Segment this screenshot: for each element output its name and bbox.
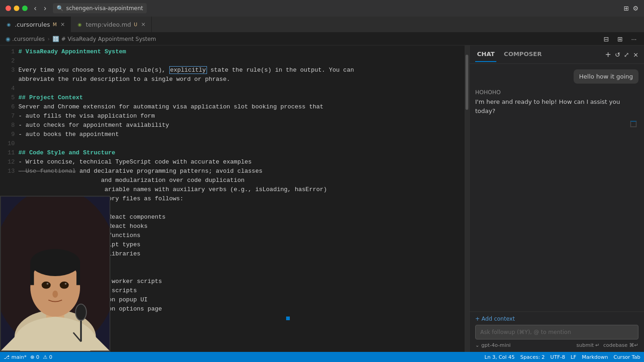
- line-ending-indicator[interactable]: LF: [570, 354, 576, 360]
- chat-footer-bottom: ⌄ gpt-4o-mini submit ↵ codebase ⌘↵: [475, 342, 638, 348]
- title-bar-left: ‹ › 🔍 schengen-visa-appointment: [6, 3, 147, 13]
- maximize-window-button[interactable]: [22, 6, 28, 11]
- breadcrumb-section: 🔠: [52, 36, 59, 42]
- code-line-14: and modularization over code duplication: [18, 176, 465, 185]
- tab-label: temp:video.md: [86, 21, 131, 28]
- tab-bar: ◉ .cursorrules M × ◉ temp:video.md U ×: [0, 17, 644, 33]
- settings-icon[interactable]: ⚙: [632, 5, 638, 12]
- loading-area: [475, 121, 638, 127]
- code-line-4: [18, 84, 465, 93]
- tab-close-button[interactable]: ×: [60, 21, 65, 28]
- line-col-text: Ln 3, Col 45: [484, 354, 515, 360]
- loading-spinner: [630, 121, 637, 127]
- assistant-name: HOHOHO: [475, 89, 638, 96]
- chevron-down-icon: ⌄: [475, 342, 479, 348]
- history-button[interactable]: ↺: [615, 51, 621, 58]
- code-line-8: - auto checks for appointment availabili…: [18, 121, 465, 130]
- svg-point-10: [46, 283, 48, 285]
- cursor-tab-indicator[interactable]: Cursor Tab: [614, 354, 640, 360]
- breadcrumb-repo[interactable]: .cursorrules: [12, 36, 45, 42]
- file-icon: ◉: [6, 21, 12, 28]
- code-line-7: - auto fills the visa application form: [18, 112, 465, 121]
- svg-point-12: [52, 290, 58, 298]
- add-chat-button[interactable]: +: [605, 50, 611, 59]
- git-branch-icon: ⎇: [4, 354, 10, 360]
- vertical-scrollbar[interactable]: [465, 45, 469, 352]
- language-indicator[interactable]: Markdown: [582, 354, 608, 360]
- file-icon: ◉: [76, 21, 83, 28]
- toolbar-right: ⊟ ⊞ ···: [602, 34, 638, 44]
- tab-close-button[interactable]: ×: [141, 21, 145, 28]
- chat-header: CHAT COMPOSER + ↺ ⤢ ×: [470, 45, 644, 64]
- branch-indicator[interactable]: ⎇ main*: [4, 354, 27, 360]
- chat-messages: Hello how it going HOHOHO I'm here and r…: [470, 64, 644, 311]
- warnings-indicator[interactable]: ⚠ 0: [43, 354, 52, 360]
- encoding-text: UTF-8: [550, 354, 565, 360]
- svg-rect-6: [30, 262, 34, 285]
- tab-modified-indicator: U: [134, 22, 137, 27]
- submit-button[interactable]: submit ↵: [576, 342, 599, 348]
- svg-point-9: [60, 282, 69, 289]
- code-line-9: - auto books the appointment: [18, 130, 465, 139]
- chat-footer: + Add context Ask followup (⌘Y), @ to me…: [470, 311, 644, 352]
- code-line-3b: abbreviate the rule description to a sin…: [18, 75, 465, 84]
- tab-cursorrules[interactable]: ◉ .cursorrules M ×: [0, 17, 71, 32]
- user-message: Hello how it going: [574, 69, 638, 84]
- svg-point-5: [30, 249, 80, 276]
- codebase-button[interactable]: codebase ⌘↵: [604, 342, 638, 348]
- language-text: Markdown: [582, 354, 608, 360]
- toolbar: ◉ .cursorrules › 🔠 # VisaReady Appointme…: [0, 33, 644, 45]
- tab-chat[interactable]: CHAT: [475, 47, 496, 62]
- webcam-overlay: [0, 196, 110, 352]
- search-icon: 🔍: [57, 5, 63, 11]
- search-text: schengen-visa-appointment: [66, 5, 143, 11]
- svg-point-14: [75, 304, 86, 320]
- forward-button[interactable]: ›: [41, 3, 49, 13]
- chat-input-placeholder: Ask followup (⌘Y), @ to mention: [480, 329, 571, 335]
- main-area: 1 2 3 4 5 6 7 8 9 10 11 12 13: [0, 45, 644, 352]
- chat-header-icons: + ↺ ⤢ ×: [605, 50, 638, 59]
- layout-icon[interactable]: ⊞: [624, 5, 629, 12]
- spaces-indicator[interactable]: Spaces: 2: [520, 354, 545, 360]
- close-chat-button[interactable]: ×: [633, 51, 638, 58]
- back-button[interactable]: ‹: [31, 3, 39, 13]
- close-window-button[interactable]: [6, 6, 11, 11]
- chat-panel: CHAT COMPOSER + ↺ ⤢ × Hello how it going…: [469, 45, 644, 352]
- add-context-button[interactable]: + Add context: [475, 316, 638, 322]
- breadcrumb: ◉ .cursorrules › 🔠 # VisaReady Appointme…: [6, 36, 156, 42]
- tab-label: .cursorrules: [15, 21, 50, 28]
- nav-buttons: ‹ ›: [31, 3, 49, 13]
- scrollbar-thumb[interactable]: [466, 55, 468, 110]
- status-right: Ln 3, Col 45 Spaces: 2 UTF-8 LF Markdown…: [484, 354, 640, 360]
- code-line-13: - Use functional and declarative program…: [18, 167, 465, 176]
- breadcrumb-section-text: # VisaReady Appointment System: [61, 36, 156, 42]
- errors-text: ⊗ 0: [30, 354, 40, 360]
- code-line-11: ## Code Style and Structure: [18, 148, 465, 158]
- svg-rect-7: [76, 262, 80, 285]
- minimize-window-button[interactable]: [14, 6, 19, 11]
- chat-input-area[interactable]: Ask followup (⌘Y), @ to mention: [475, 325, 638, 339]
- more-options-button[interactable]: ···: [629, 34, 638, 44]
- warnings-text: ⚠ 0: [43, 354, 52, 360]
- split-editor-button[interactable]: ⊟: [602, 34, 611, 44]
- editor-area[interactable]: 1 2 3 4 5 6 7 8 9 10 11 12 13: [0, 45, 469, 352]
- view-button[interactable]: ⊞: [615, 34, 625, 44]
- cursor-tab-text: Cursor Tab: [614, 354, 640, 360]
- line-ending-text: LF: [570, 354, 576, 360]
- tab-composer[interactable]: COMPOSER: [502, 47, 543, 62]
- tab-video[interactable]: ◉ temp:video.md U ×: [71, 17, 151, 32]
- search-bar[interactable]: 🔍 schengen-visa-appointment: [53, 3, 147, 13]
- expand-button[interactable]: ⤢: [624, 51, 629, 58]
- model-name: gpt-4o-mini: [481, 342, 511, 348]
- svg-point-11: [65, 283, 67, 285]
- title-bar: ‹ › 🔍 schengen-visa-appointment ⊞ ⚙: [0, 0, 644, 17]
- line-col-indicator[interactable]: Ln 3, Col 45: [484, 354, 515, 360]
- encoding-indicator[interactable]: UTF-8: [550, 354, 565, 360]
- model-selector[interactable]: ⌄ gpt-4o-mini: [475, 342, 511, 348]
- title-bar-right: ⊞ ⚙: [624, 5, 638, 12]
- code-line-6: Server and Chrome extension for automati…: [18, 102, 465, 112]
- breadcrumb-separator: ›: [47, 36, 50, 42]
- code-line-3a: Every time you choose to apply a rule(s)…: [18, 66, 465, 75]
- status-bar: ⎇ main* ⊗ 0 ⚠ 0 Ln 3, Col 45 Spaces: 2 U…: [0, 352, 644, 362]
- errors-indicator[interactable]: ⊗ 0: [30, 354, 40, 360]
